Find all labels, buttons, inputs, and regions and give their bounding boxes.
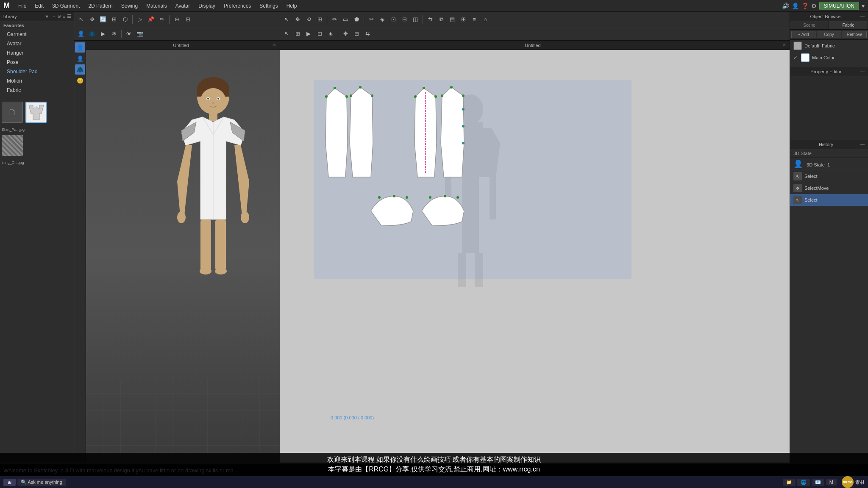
library-dropdown[interactable]: ▼ bbox=[45, 14, 49, 19]
snap-tool[interactable]: ⊕ bbox=[172, 14, 182, 25]
2d-r2[interactable]: ⊞ bbox=[292, 29, 303, 39]
tab-scene[interactable]: Scene bbox=[790, 21, 829, 29]
edit-tool[interactable]: ⬡ bbox=[120, 14, 130, 25]
history-item-select2[interactable]: ↖ Select bbox=[790, 194, 868, 206]
2d-r1[interactable]: ↖ bbox=[281, 29, 292, 39]
freeze-icon[interactable]: ❄ bbox=[109, 29, 119, 39]
axis-tool[interactable]: ⊞ bbox=[183, 14, 193, 25]
2d-r3[interactable]: ▶ bbox=[303, 29, 314, 39]
menu-edit[interactable]: Edit bbox=[31, 2, 47, 10]
thumbnail-2[interactable] bbox=[25, 102, 47, 123]
taskbar-icon2[interactable]: 🌐 bbox=[797, 479, 810, 486]
menu-file[interactable]: File bbox=[15, 2, 30, 10]
thumbnail-1[interactable]: 🗋 bbox=[2, 102, 23, 123]
2d-shape[interactable]: ⬟ bbox=[351, 14, 362, 25]
garment-icon[interactable]: 🧥 bbox=[87, 29, 97, 39]
ob-remove-button[interactable]: Remove bbox=[843, 31, 867, 38]
library-icon2[interactable]: ⊕ bbox=[57, 14, 61, 19]
ob-copy-button[interactable]: Copy bbox=[817, 31, 841, 38]
2d-pen[interactable]: ✏ bbox=[329, 14, 339, 25]
menu-display[interactable]: Display bbox=[195, 2, 218, 10]
rotate-tool[interactable]: 🔄 bbox=[98, 14, 108, 25]
2d-r4[interactable]: ⊡ bbox=[314, 29, 325, 39]
menu-2d-pattern[interactable]: 2D Pattern bbox=[85, 2, 116, 10]
nav-fabric[interactable]: Fabric bbox=[0, 86, 74, 95]
2d-mirror[interactable]: ⇆ bbox=[425, 14, 435, 25]
2d-grading[interactable]: ◫ bbox=[410, 14, 420, 25]
avatar-icon[interactable]: 👤 bbox=[76, 29, 86, 39]
side-icon-person[interactable]: 👤 bbox=[75, 42, 85, 53]
menu-3d-garment[interactable]: 3D Garment bbox=[49, 2, 83, 10]
select-tool[interactable]: ↖ bbox=[76, 14, 86, 25]
taskbar-icon3[interactable]: 📧 bbox=[812, 479, 824, 486]
2d-flatten[interactable]: ▤ bbox=[447, 14, 457, 25]
nav-pose[interactable]: Pose bbox=[0, 58, 74, 67]
2d-scale[interactable]: ⊞ bbox=[314, 14, 325, 25]
2d-select[interactable]: ↖ bbox=[281, 14, 292, 25]
side-icon-avatar[interactable]: 👤 bbox=[75, 53, 85, 64]
side-icon-face[interactable]: 😊 bbox=[75, 75, 85, 86]
pe-minimize[interactable]: — bbox=[860, 69, 865, 74]
nav-garment[interactable]: Garment bbox=[0, 30, 74, 39]
nav-motion[interactable]: Motion bbox=[0, 76, 74, 86]
tab-fabric[interactable]: Fabric bbox=[829, 21, 868, 29]
2d-merge[interactable]: ⧉ bbox=[436, 14, 446, 25]
user-icon[interactable]: 👤 bbox=[792, 3, 799, 9]
2d-r5[interactable]: ◈ bbox=[326, 29, 336, 39]
fabric-item-main[interactable]: ✓ Main Color bbox=[790, 52, 868, 64]
history-minimize[interactable]: — bbox=[860, 142, 865, 147]
viewport-2d[interactable]: 0.000 (0.000 / 0.000) bbox=[280, 50, 790, 463]
menu-settings[interactable]: Settings bbox=[256, 2, 281, 10]
2d-arrange[interactable]: ⊞ bbox=[458, 14, 468, 25]
library-icon3[interactable]: ≡ bbox=[63, 14, 65, 19]
pin-tool[interactable]: 📌 bbox=[146, 14, 156, 25]
simulation-button[interactable]: SIMULATION bbox=[819, 2, 859, 10]
viewport-2d-close[interactable]: ✕ bbox=[782, 42, 786, 48]
2d-rotate[interactable]: ⟲ bbox=[303, 14, 314, 25]
nav-avatar[interactable]: Avatar bbox=[0, 39, 74, 48]
2d-rect[interactable]: ▭ bbox=[340, 14, 351, 25]
taskbar-start[interactable]: ⊞ bbox=[3, 479, 16, 486]
speaker-icon[interactable]: 🔊 bbox=[782, 3, 789, 9]
thumbnail-3[interactable] bbox=[2, 135, 23, 156]
2d-r7[interactable]: ⊟ bbox=[351, 29, 362, 39]
2d-dart[interactable]: ◈ bbox=[377, 14, 387, 25]
nav-hanger[interactable]: Hanger bbox=[0, 48, 74, 58]
2d-move[interactable]: ✥ bbox=[292, 14, 303, 25]
menu-preferences[interactable]: Preferences bbox=[220, 2, 255, 10]
history-item-select-move[interactable]: ✥ SelectMove bbox=[790, 182, 868, 194]
camera-icon[interactable]: 📷 bbox=[135, 29, 145, 39]
taskbar-search[interactable]: 🔍 Ask me anything bbox=[17, 479, 66, 486]
viewport-3d-close[interactable]: ✕ bbox=[273, 42, 276, 48]
settings-icon[interactable]: ⚙ bbox=[811, 3, 817, 9]
brush-tool[interactable]: ✏ bbox=[157, 14, 167, 25]
side-icon-garment[interactable]: 🧥 bbox=[75, 64, 85, 75]
ob-add-button[interactable]: + Add bbox=[791, 31, 815, 38]
2d-r6[interactable]: ✥ bbox=[340, 29, 351, 39]
taskbar-icon4[interactable]: M bbox=[826, 479, 837, 485]
2d-scissors[interactable]: ✂ bbox=[366, 14, 376, 25]
library-icon4[interactable]: ☰ bbox=[67, 14, 71, 19]
2d-internal[interactable]: ⊟ bbox=[399, 14, 409, 25]
move-tool[interactable]: ✥ bbox=[87, 14, 97, 25]
menu-materials[interactable]: Materials bbox=[143, 2, 170, 10]
scale-tool[interactable]: ⊞ bbox=[109, 14, 119, 25]
fabric-item-default[interactable]: Default_Fabric bbox=[790, 40, 868, 52]
menu-sewing[interactable]: Sewing bbox=[118, 2, 141, 10]
dropdown-icon[interactable]: ▾ bbox=[862, 3, 865, 9]
help-icon[interactable]: ❓ bbox=[801, 3, 809, 9]
view-icon[interactable]: 👁 bbox=[124, 29, 134, 39]
taskbar-icon1[interactable]: 📁 bbox=[783, 479, 796, 486]
2d-align[interactable]: ≡ bbox=[469, 14, 479, 25]
cursor-tool[interactable]: ▷ bbox=[135, 14, 145, 25]
viewport-3d[interactable] bbox=[86, 50, 280, 463]
2d-r8[interactable]: ⇆ bbox=[362, 29, 373, 39]
menu-avatar[interactable]: Avatar bbox=[172, 2, 193, 10]
ob-minimize[interactable]: — bbox=[860, 14, 865, 19]
sim-icon[interactable]: ▶ bbox=[98, 29, 108, 39]
2d-seam[interactable]: ⊡ bbox=[388, 14, 398, 25]
menu-help[interactable]: Help bbox=[283, 2, 300, 10]
nav-shoulder-pad[interactable]: Shoulder Pad bbox=[0, 67, 74, 76]
2d-fold[interactable]: ⌂ bbox=[480, 14, 490, 25]
history-item-select1[interactable]: ↖ Select bbox=[790, 170, 868, 182]
